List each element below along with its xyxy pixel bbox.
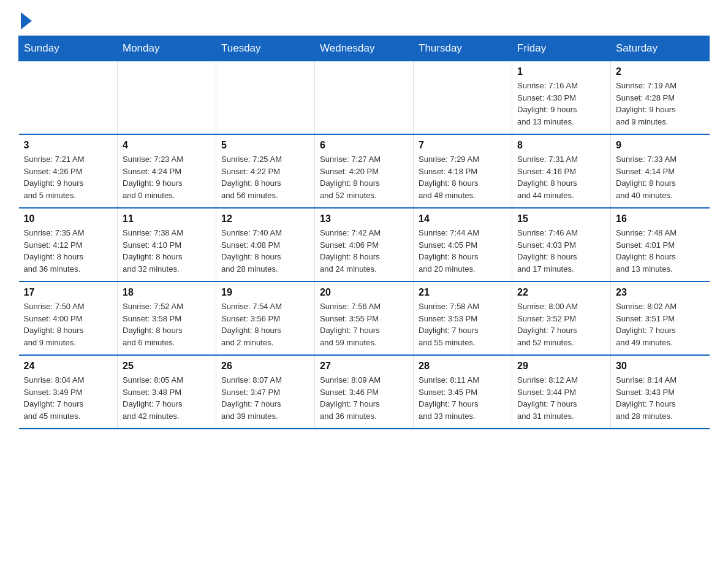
day-number: 21 <box>419 287 507 298</box>
calendar-cell: 2Sunrise: 7:19 AM Sunset: 4:28 PM Daylig… <box>611 61 710 135</box>
day-info: Sunrise: 7:42 AM Sunset: 4:06 PM Dayligh… <box>320 227 408 275</box>
day-number: 6 <box>320 140 408 151</box>
calendar-cell <box>118 61 216 135</box>
calendar-cell: 20Sunrise: 7:56 AM Sunset: 3:55 PM Dayli… <box>315 282 414 355</box>
day-info: Sunrise: 7:21 AM Sunset: 4:26 PM Dayligh… <box>24 153 113 201</box>
calendar-cell: 3Sunrise: 7:21 AM Sunset: 4:26 PM Daylig… <box>19 134 118 208</box>
day-number: 30 <box>616 361 705 372</box>
day-info: Sunrise: 7:44 AM Sunset: 4:05 PM Dayligh… <box>419 227 507 275</box>
calendar-cell: 6Sunrise: 7:27 AM Sunset: 4:20 PM Daylig… <box>315 134 414 208</box>
day-number: 25 <box>123 361 211 372</box>
weekday-header: Wednesday <box>315 36 414 61</box>
calendar-cell: 27Sunrise: 8:09 AM Sunset: 3:46 PM Dayli… <box>315 355 414 429</box>
day-number: 2 <box>616 66 705 77</box>
calendar-week-row: 1Sunrise: 7:16 AM Sunset: 4:30 PM Daylig… <box>19 61 710 135</box>
calendar-cell: 26Sunrise: 8:07 AM Sunset: 3:47 PM Dayli… <box>216 355 315 429</box>
day-info: Sunrise: 7:25 AM Sunset: 4:22 PM Dayligh… <box>221 153 309 201</box>
day-info: Sunrise: 8:07 AM Sunset: 3:47 PM Dayligh… <box>221 374 309 422</box>
day-number: 8 <box>517 140 605 151</box>
calendar-cell: 4Sunrise: 7:23 AM Sunset: 4:24 PM Daylig… <box>118 134 216 208</box>
calendar-cell: 1Sunrise: 7:16 AM Sunset: 4:30 PM Daylig… <box>512 61 611 135</box>
logo-arrow-icon <box>21 12 32 29</box>
page-header <box>18 12 710 29</box>
calendar-cell: 12Sunrise: 7:40 AM Sunset: 4:08 PM Dayli… <box>216 208 315 282</box>
day-info: Sunrise: 8:12 AM Sunset: 3:44 PM Dayligh… <box>517 374 605 422</box>
day-number: 3 <box>24 140 113 151</box>
calendar-cell: 10Sunrise: 7:35 AM Sunset: 4:12 PM Dayli… <box>19 208 118 282</box>
calendar-cell: 8Sunrise: 7:31 AM Sunset: 4:16 PM Daylig… <box>512 134 611 208</box>
day-number: 14 <box>419 213 507 224</box>
day-info: Sunrise: 7:54 AM Sunset: 3:56 PM Dayligh… <box>221 301 309 348</box>
calendar-cell: 29Sunrise: 8:12 AM Sunset: 3:44 PM Dayli… <box>512 355 611 429</box>
day-info: Sunrise: 8:14 AM Sunset: 3:43 PM Dayligh… <box>616 374 705 422</box>
weekday-header-row: SundayMondayTuesdayWednesdayThursdayFrid… <box>19 36 710 61</box>
day-number: 23 <box>616 287 705 298</box>
calendar-cell: 18Sunrise: 7:52 AM Sunset: 3:58 PM Dayli… <box>118 282 216 355</box>
calendar-cell: 14Sunrise: 7:44 AM Sunset: 4:05 PM Dayli… <box>414 208 512 282</box>
day-info: Sunrise: 8:11 AM Sunset: 3:45 PM Dayligh… <box>419 374 507 422</box>
day-number: 18 <box>123 287 211 298</box>
day-info: Sunrise: 7:35 AM Sunset: 4:12 PM Dayligh… <box>24 227 113 275</box>
day-number: 9 <box>616 140 705 151</box>
calendar-cell: 17Sunrise: 7:50 AM Sunset: 4:00 PM Dayli… <box>19 282 118 355</box>
day-number: 7 <box>419 140 507 151</box>
day-number: 16 <box>616 213 705 224</box>
calendar-cell: 9Sunrise: 7:33 AM Sunset: 4:14 PM Daylig… <box>611 134 710 208</box>
day-info: Sunrise: 8:00 AM Sunset: 3:52 PM Dayligh… <box>517 301 605 348</box>
calendar-week-row: 3Sunrise: 7:21 AM Sunset: 4:26 PM Daylig… <box>19 134 710 208</box>
calendar-week-row: 24Sunrise: 8:04 AM Sunset: 3:49 PM Dayli… <box>19 355 710 429</box>
day-info: Sunrise: 7:16 AM Sunset: 4:30 PM Dayligh… <box>517 80 605 128</box>
day-number: 22 <box>517 287 605 298</box>
calendar-cell: 19Sunrise: 7:54 AM Sunset: 3:56 PM Dayli… <box>216 282 315 355</box>
day-info: Sunrise: 7:48 AM Sunset: 4:01 PM Dayligh… <box>616 227 705 275</box>
day-number: 10 <box>24 213 113 224</box>
day-number: 13 <box>320 213 408 224</box>
calendar-cell: 28Sunrise: 8:11 AM Sunset: 3:45 PM Dayli… <box>414 355 512 429</box>
calendar-cell: 11Sunrise: 7:38 AM Sunset: 4:10 PM Dayli… <box>118 208 216 282</box>
day-number: 1 <box>517 66 605 77</box>
calendar-cell: 5Sunrise: 7:25 AM Sunset: 4:22 PM Daylig… <box>216 134 315 208</box>
day-info: Sunrise: 7:40 AM Sunset: 4:08 PM Dayligh… <box>221 227 309 275</box>
weekday-header: Sunday <box>19 36 118 61</box>
day-info: Sunrise: 7:29 AM Sunset: 4:18 PM Dayligh… <box>419 153 507 201</box>
calendar-table: SundayMondayTuesdayWednesdayThursdayFrid… <box>18 36 710 429</box>
calendar-week-row: 10Sunrise: 7:35 AM Sunset: 4:12 PM Dayli… <box>19 208 710 282</box>
calendar-cell: 15Sunrise: 7:46 AM Sunset: 4:03 PM Dayli… <box>512 208 611 282</box>
weekday-header: Tuesday <box>216 36 315 61</box>
day-number: 20 <box>320 287 408 298</box>
day-info: Sunrise: 8:04 AM Sunset: 3:49 PM Dayligh… <box>24 374 113 422</box>
calendar-cell: 16Sunrise: 7:48 AM Sunset: 4:01 PM Dayli… <box>611 208 710 282</box>
calendar-cell <box>19 61 118 135</box>
weekday-header: Monday <box>118 36 216 61</box>
day-number: 17 <box>24 287 113 298</box>
day-info: Sunrise: 7:46 AM Sunset: 4:03 PM Dayligh… <box>517 227 605 275</box>
day-number: 11 <box>123 213 211 224</box>
calendar-header: SundayMondayTuesdayWednesdayThursdayFrid… <box>19 36 710 61</box>
calendar-cell: 13Sunrise: 7:42 AM Sunset: 4:06 PM Dayli… <box>315 208 414 282</box>
calendar-cell: 21Sunrise: 7:58 AM Sunset: 3:53 PM Dayli… <box>414 282 512 355</box>
calendar-cell <box>315 61 414 135</box>
day-info: Sunrise: 8:02 AM Sunset: 3:51 PM Dayligh… <box>616 301 705 348</box>
logo <box>18 12 32 29</box>
day-info: Sunrise: 8:09 AM Sunset: 3:46 PM Dayligh… <box>320 374 408 422</box>
day-info: Sunrise: 7:56 AM Sunset: 3:55 PM Dayligh… <box>320 301 408 348</box>
calendar-cell: 23Sunrise: 8:02 AM Sunset: 3:51 PM Dayli… <box>611 282 710 355</box>
day-number: 26 <box>221 361 309 372</box>
day-number: 5 <box>221 140 309 151</box>
day-number: 24 <box>24 361 113 372</box>
calendar-body: 1Sunrise: 7:16 AM Sunset: 4:30 PM Daylig… <box>19 61 710 429</box>
day-info: Sunrise: 7:19 AM Sunset: 4:28 PM Dayligh… <box>616 80 705 128</box>
calendar-week-row: 17Sunrise: 7:50 AM Sunset: 4:00 PM Dayli… <box>19 282 710 355</box>
calendar-cell <box>414 61 512 135</box>
day-number: 12 <box>221 213 309 224</box>
day-info: Sunrise: 7:33 AM Sunset: 4:14 PM Dayligh… <box>616 153 705 201</box>
day-info: Sunrise: 8:05 AM Sunset: 3:48 PM Dayligh… <box>123 374 211 422</box>
day-info: Sunrise: 7:27 AM Sunset: 4:20 PM Dayligh… <box>320 153 408 201</box>
calendar-cell: 24Sunrise: 8:04 AM Sunset: 3:49 PM Dayli… <box>19 355 118 429</box>
calendar-cell: 25Sunrise: 8:05 AM Sunset: 3:48 PM Dayli… <box>118 355 216 429</box>
weekday-header: Friday <box>512 36 611 61</box>
day-info: Sunrise: 7:31 AM Sunset: 4:16 PM Dayligh… <box>517 153 605 201</box>
weekday-header: Thursday <box>414 36 512 61</box>
day-number: 27 <box>320 361 408 372</box>
day-number: 15 <box>517 213 605 224</box>
